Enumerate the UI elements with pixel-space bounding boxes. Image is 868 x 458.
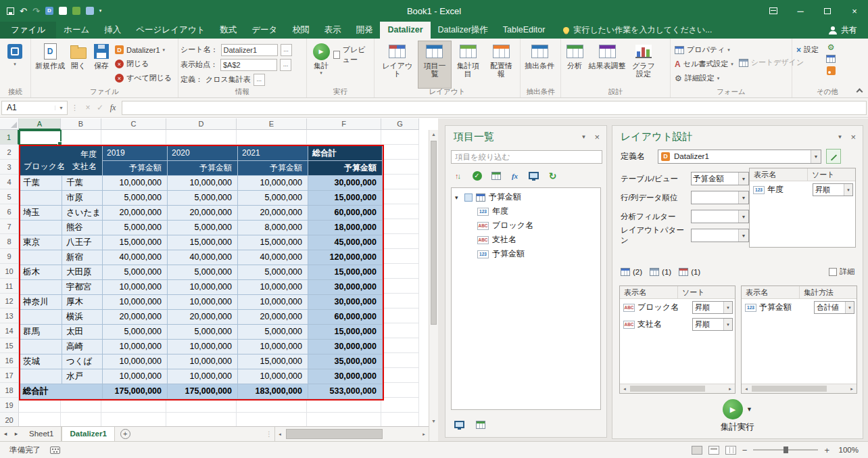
- close-all-button[interactable]: × すべて閉じる: [113, 72, 174, 85]
- branch-cell[interactable]: 横浜: [62, 310, 103, 325]
- row-total-cell[interactable]: 60,000,000: [308, 206, 383, 221]
- refresh-icon[interactable]: ↻: [546, 168, 560, 183]
- branch-cell[interactable]: 千葉: [62, 176, 103, 191]
- row-header-4[interactable]: 4: [0, 175, 19, 189]
- value-cell[interactable]: 10,000,000: [238, 369, 308, 384]
- save-button[interactable]: 保存: [90, 41, 113, 89]
- field-select-3[interactable]: ▼: [691, 229, 749, 242]
- block-cell[interactable]: [20, 369, 62, 384]
- branch-cell[interactable]: 宇都宮: [62, 280, 103, 295]
- value-items-icon[interactable]: [679, 268, 688, 276]
- cell[interactable]: [381, 234, 419, 249]
- cell[interactable]: [61, 413, 101, 428]
- value-cell[interactable]: 10,000,000: [168, 340, 238, 354]
- branch-cell[interactable]: 熊谷: [62, 221, 103, 235]
- redo-icon[interactable]: ↷: [32, 7, 40, 16]
- display-icon[interactable]: [527, 168, 541, 183]
- year-header[interactable]: 2020: [168, 146, 238, 161]
- scroll-right-icon[interactable]: ▸: [725, 386, 735, 392]
- field-row[interactable]: 123年度昇順▼: [750, 181, 855, 198]
- close-window-icon[interactable]: ×: [841, 0, 868, 22]
- scroll-left-icon[interactable]: ◂: [275, 432, 285, 437]
- new-button[interactable]: D 新規作成: [33, 41, 67, 89]
- expander-icon[interactable]: ▾: [455, 194, 461, 201]
- row-items-icon[interactable]: [621, 268, 630, 276]
- normal-view-icon[interactable]: [692, 446, 702, 455]
- tab-データ[interactable]: データ: [244, 22, 285, 39]
- addin-icon-3[interactable]: [72, 7, 80, 15]
- row-header-9[interactable]: 9: [0, 249, 19, 264]
- cell[interactable]: [166, 130, 237, 145]
- tab-file[interactable]: ファイル: [0, 22, 56, 39]
- column-header-F[interactable]: F: [307, 118, 381, 130]
- value-cell[interactable]: 5,000,000: [103, 191, 168, 206]
- block-cell[interactable]: [20, 340, 62, 354]
- option-select[interactable]: 昇順▼: [692, 318, 733, 331]
- result-adjust-button[interactable]: 結果表調整: [586, 41, 628, 89]
- design-tools-icon[interactable]: ⚙: [827, 43, 835, 51]
- horizontal-scrollbar[interactable]: ◂▸: [742, 384, 857, 393]
- definition-more-button[interactable]: ...: [254, 74, 265, 86]
- cell-format-button[interactable]: A セル書式設定 ▾: [673, 58, 736, 70]
- edit-definition-icon[interactable]: [826, 149, 841, 164]
- cell[interactable]: [381, 219, 419, 234]
- scroll-right-icon[interactable]: ▸: [847, 386, 857, 392]
- value-cell[interactable]: 20,000,000: [238, 310, 308, 325]
- branch-cell[interactable]: 新宿: [62, 250, 103, 265]
- value-cell[interactable]: 10,000,000: [238, 280, 308, 295]
- properties-button[interactable]: プロパティ ▾: [673, 43, 736, 56]
- option-select[interactable]: 昇順▼: [813, 183, 853, 196]
- row-header-11[interactable]: 11: [0, 279, 19, 294]
- column-items-icon[interactable]: [650, 268, 659, 276]
- row-total-cell[interactable]: 120,000,000: [308, 250, 383, 265]
- column-header-A[interactable]: A: [19, 118, 61, 130]
- definition-select[interactable]: D Datalizer1 ▼: [658, 150, 821, 164]
- run-aggregate-button[interactable]: ▶: [723, 399, 743, 419]
- cancel-icon[interactable]: ×: [82, 103, 94, 112]
- value-cell[interactable]: 10,000,000: [168, 354, 238, 369]
- cell[interactable]: [166, 413, 237, 428]
- cell[interactable]: [381, 204, 419, 219]
- scroll-thumb[interactable]: [752, 386, 827, 392]
- cell[interactable]: [19, 413, 61, 428]
- zoom-in-icon[interactable]: +: [824, 445, 829, 455]
- value-cell[interactable]: 10,000,000: [103, 280, 168, 295]
- row-header-17[interactable]: 17: [0, 368, 19, 383]
- value-cell[interactable]: 5,000,000: [103, 325, 168, 340]
- active-cell[interactable]: [19, 130, 62, 145]
- grand-total-value[interactable]: 183,000,000: [238, 384, 308, 399]
- settings-button[interactable]: × 設定: [794, 43, 821, 56]
- panel-menu-icon[interactable]: ▼: [837, 134, 842, 140]
- cell[interactable]: [381, 338, 419, 353]
- branch-cell[interactable]: 高崎: [62, 340, 103, 354]
- value-cell[interactable]: 10,000,000: [103, 295, 168, 310]
- value-cell[interactable]: 5,000,000: [238, 191, 308, 206]
- value-cell[interactable]: 40,000,000: [103, 250, 168, 265]
- value-cell[interactable]: 5,000,000: [168, 265, 238, 280]
- value-cell[interactable]: 40,000,000: [168, 250, 238, 265]
- cell[interactable]: [381, 175, 419, 189]
- field-select-0[interactable]: 予算金額▼: [691, 172, 749, 185]
- analysis-button[interactable]: 分析: [563, 41, 586, 89]
- field-select-2[interactable]: ▼: [691, 210, 749, 223]
- tab-ホーム[interactable]: ホーム: [56, 22, 97, 39]
- grand-total-sum[interactable]: 533,000,000: [308, 384, 383, 399]
- value-cell[interactable]: 10,000,000: [103, 340, 168, 354]
- scroll-down-icon[interactable]: ▼: [429, 417, 438, 426]
- tab-splitter[interactable]: ⋮: [264, 427, 274, 441]
- value-cell[interactable]: 10,000,000: [238, 295, 308, 310]
- block-cell[interactable]: 栃木: [20, 265, 62, 280]
- column-header-E[interactable]: E: [237, 118, 307, 130]
- fx-icon[interactable]: fx: [508, 168, 522, 183]
- cell[interactable]: [381, 323, 419, 338]
- branch-cell[interactable]: 太田: [62, 325, 103, 340]
- branch-cell[interactable]: 水戸: [62, 369, 103, 384]
- aggregate-button[interactable]: ▶ 集計 ▾: [309, 41, 333, 89]
- cell[interactable]: [381, 145, 419, 160]
- cell[interactable]: [381, 130, 419, 145]
- cell[interactable]: [381, 279, 419, 294]
- row-header-8[interactable]: 8: [0, 234, 19, 249]
- grid-icon[interactable]: [826, 55, 836, 63]
- value-cell[interactable]: 15,000,000: [238, 235, 308, 250]
- block-cell[interactable]: 神奈川: [20, 295, 62, 310]
